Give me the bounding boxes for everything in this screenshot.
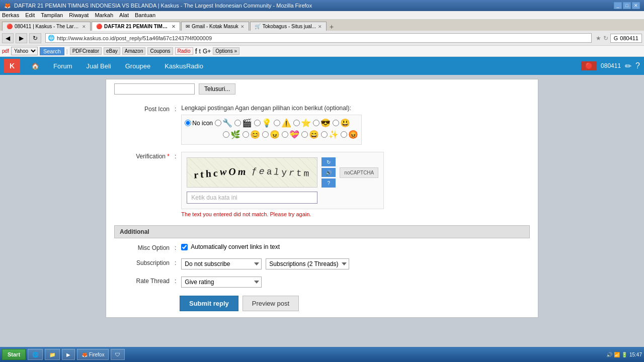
search-engine-selector[interactable]: G 080411 — [610, 34, 642, 43]
icon-radio-10[interactable] — [262, 131, 269, 138]
icon-radio-13[interactable] — [321, 131, 328, 138]
search-button[interactable]: Search — [40, 47, 64, 55]
amazon-btn[interactable]: Amazon — [122, 47, 146, 55]
icon-radio-2[interactable] — [234, 120, 241, 126]
icon-radio-8[interactable] — [223, 131, 229, 138]
nav-home[interactable]: 🏠 — [24, 57, 46, 75]
menu-alat[interactable]: Alat — [119, 12, 129, 18]
menu-edit[interactable]: Edit — [25, 12, 35, 18]
options-btn[interactable]: Options » — [213, 47, 239, 55]
tab-icon-gmail: ✉ — [186, 24, 190, 29]
tab-close-4[interactable]: ✕ — [318, 24, 322, 29]
address-input[interactable] — [57, 35, 589, 41]
taskbar-mediaplayer[interactable]: ▶ — [62, 349, 75, 360]
ebay-btn[interactable]: eBay — [104, 47, 120, 55]
menu-riwayat[interactable]: Riwayat — [69, 12, 89, 18]
tab-close-2[interactable]: ✕ — [172, 24, 176, 29]
captcha-input[interactable] — [187, 192, 317, 204]
icon-radio-11[interactable] — [282, 131, 288, 138]
taskbar-antivirus[interactable]: 🛡 — [111, 349, 125, 360]
subscription-threads-dropdown[interactable]: Subscriptions (2 Threads) — [266, 258, 349, 269]
coupons-btn[interactable]: Coupons — [147, 47, 173, 55]
twitter-icon[interactable]: t — [199, 48, 201, 55]
captcha-controls: ↻ 🔊 ? — [321, 157, 336, 188]
tab-kaskus-main[interactable]: 🔴 080411 | Kaskus - The Larges... ✕ — [2, 22, 91, 31]
yahoo-selector[interactable]: Yahoo — [11, 47, 38, 55]
menu-bar: Berkas Edit Tampilan Riwayat Markah Alat… — [0, 11, 644, 20]
icon-radio-14[interactable] — [341, 131, 347, 138]
misc-option-row: Misc Option : Automatically convert link… — [114, 243, 530, 251]
icon-radio-12[interactable] — [301, 131, 308, 138]
nav-edit-btn[interactable]: ✏ — [625, 61, 631, 71]
window-title: DAFTAR 21 PEMAIN TIMNAS INDONESIA VS BEL… — [14, 3, 312, 9]
submit-reply-button[interactable]: Submit reply — [180, 296, 238, 311]
pdf-creator-btn[interactable]: PDFCreator — [70, 47, 102, 55]
icon-radio-6[interactable] — [313, 120, 319, 126]
nav-help-btn[interactable]: ? — [635, 61, 640, 70]
tab-bar: 🔴 080411 | Kaskus - The Larges... ✕ 🔴 DA… — [0, 20, 644, 31]
kaskus-logo: K — [4, 59, 20, 73]
nav-forum[interactable]: Forum — [46, 57, 79, 75]
reload-button[interactable]: ↻ — [29, 33, 41, 43]
search-text-input[interactable] — [114, 83, 195, 95]
icon-opt-10: 😠 — [262, 130, 280, 139]
verification-colon: : — [175, 152, 181, 160]
reload-small-icon[interactable]: ↻ — [603, 35, 608, 42]
preview-post-button[interactable]: Preview post — [243, 296, 299, 311]
nav-jualbeli[interactable]: Jual Beli — [79, 57, 118, 75]
icon-emoji-12: 😄 — [309, 130, 319, 139]
subscription-control: Do not subscribe Subscribe Subscribe (di… — [181, 258, 530, 269]
tab-close-3[interactable]: ✕ — [240, 24, 245, 29]
menu-tampilan[interactable]: Tampilan — [41, 12, 63, 18]
close-button[interactable]: ✕ — [632, 2, 640, 9]
pdfforge-icon: pdf — [2, 48, 9, 54]
menu-markah[interactable]: Markah — [95, 12, 113, 18]
captcha-audio-btn[interactable]: 🔊 — [321, 168, 336, 177]
taskbar-firefox[interactable]: 🦊 Firefox — [77, 349, 109, 360]
tab-daftar-active[interactable]: 🔴 DAFTAR 21 PEMAIN TIMNAS... ✕ — [92, 22, 180, 31]
misc-checkbox[interactable] — [181, 244, 188, 250]
radio-btn[interactable]: Radio — [175, 47, 193, 55]
new-tab-button[interactable]: + — [328, 23, 336, 31]
menu-bantuan[interactable]: Bantuan — [135, 12, 155, 18]
telusuri-button[interactable]: Telusuri... — [199, 83, 235, 95]
tab-icon-active: 🔴 — [96, 24, 102, 29]
rate-thread-row: Rate Thread : Give rating 1 - Terrible 2… — [114, 277, 530, 288]
post-icon-label: Post Icon — [114, 105, 175, 113]
window-controls[interactable]: _ □ ✕ — [614, 2, 640, 9]
rate-thread-dropdown[interactable]: Give rating 1 - Terrible 2 - Bad 3 - Ave… — [181, 277, 262, 288]
icon-radio-7[interactable] — [333, 120, 339, 126]
icon-radio-3[interactable] — [254, 120, 261, 126]
facebook-icon[interactable]: f — [195, 47, 197, 55]
icon-emoji-13: ✨ — [329, 130, 339, 139]
icon-radio-9[interactable] — [243, 131, 249, 138]
icon-no-icon: No icon — [185, 120, 213, 127]
tab-gmail[interactable]: ✉ Gmail - Kotak Masuk ✕ — [181, 22, 249, 31]
nav-radio[interactable]: KaskusRadio — [157, 57, 210, 75]
verification-row: Verification * : rthcwOm ƒealyrtm ↻ — [114, 152, 530, 217]
captcha-refresh-btn[interactable]: ↻ — [321, 157, 336, 166]
search-row: Telusuri... — [106, 79, 538, 99]
icon-radio-4[interactable] — [274, 120, 280, 126]
maximize-button[interactable]: □ — [623, 2, 631, 9]
tab-close-1[interactable]: ✕ — [82, 24, 86, 29]
minimize-button[interactable]: _ — [614, 2, 622, 9]
gplus-icon[interactable]: G+ — [203, 48, 211, 55]
taskbar-ie[interactable]: 🌐 — [28, 349, 43, 360]
start-button[interactable]: Start — [2, 349, 26, 360]
icon-radio-1[interactable] — [215, 120, 221, 126]
tab-tokobagus[interactable]: 🛒 Tokobagus - Situs jual... ✕ — [250, 22, 327, 31]
icon-radio-5[interactable] — [293, 120, 300, 126]
bookmark-icon[interactable]: ★ — [596, 35, 601, 42]
captcha-help-btn[interactable]: ? — [321, 178, 336, 188]
additional-header: Additional — [114, 225, 530, 238]
icon-radio-none[interactable] — [185, 120, 191, 126]
back-button[interactable]: ◀ — [2, 33, 14, 43]
forward-button[interactable]: ▶ — [16, 33, 27, 43]
browser-toolbar: pdf Yahoo Search | PDFCreator eBay Amazo… — [0, 46, 644, 57]
taskbar-explorer[interactable]: 📁 — [45, 349, 60, 360]
subscription-dropdown[interactable]: Do not subscribe Subscribe Subscribe (di… — [181, 258, 262, 269]
rate-thread-control: Give rating 1 - Terrible 2 - Bad 3 - Ave… — [181, 277, 530, 288]
nav-groupee[interactable]: Groupee — [118, 57, 158, 75]
menu-berkas[interactable]: Berkas — [2, 12, 19, 18]
